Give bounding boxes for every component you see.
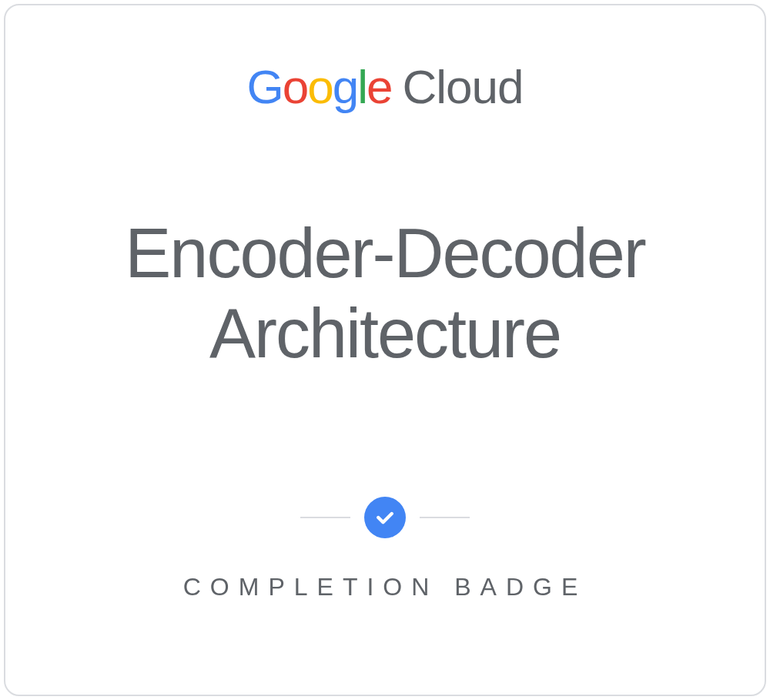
- divider-section: [300, 497, 470, 538]
- google-letter-g: G: [247, 60, 283, 113]
- cloud-text: Cloud: [402, 59, 523, 114]
- google-wordmark: Google: [247, 59, 392, 114]
- course-title: Encoder-Decoder Architecture: [36, 214, 734, 373]
- google-letter-l: l: [357, 60, 367, 113]
- google-letter-g2: g: [333, 60, 357, 113]
- google-letter-o1: o: [283, 60, 307, 113]
- badge-card: Google Cloud Encoder-Decoder Architectur…: [4, 4, 766, 696]
- completion-badge-label: COMPLETION BADGE: [183, 573, 588, 601]
- brand-logo: Google Cloud: [247, 59, 524, 114]
- divider-line-left: [300, 517, 350, 518]
- checkmark-icon: [364, 497, 406, 538]
- divider-line-right: [420, 517, 470, 518]
- google-letter-o2: o: [307, 60, 332, 113]
- google-letter-e: e: [367, 60, 391, 113]
